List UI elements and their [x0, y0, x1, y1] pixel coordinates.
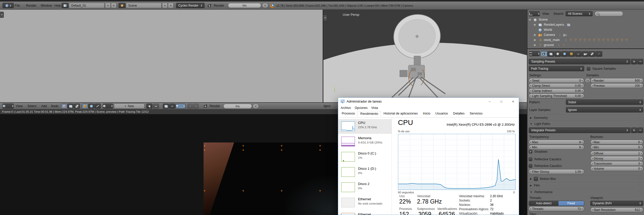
sidebar-item-disco0[interactable]: Disco 0 (C:) 1% — [338, 150, 392, 164]
outliner-row-renderlayers[interactable]: ⊕ RenderLayers | — [527, 22, 644, 27]
seed-animate-clock-button[interactable]: ◷ — [585, 78, 590, 83]
outliner-menu-search[interactable]: Search — [553, 10, 564, 18]
panel-header-light-paths[interactable]: ▼ Light Paths — [527, 121, 644, 126]
node-menu-node[interactable]: Node — [51, 102, 59, 110]
minimize-button[interactable]: – — [484, 98, 495, 105]
screen-layout-icon-button[interactable] — [62, 3, 68, 8]
mesh-icon[interactable]: ▽ — [611, 38, 614, 42]
mesh-icon[interactable]: ▽ — [588, 38, 591, 42]
filter-glossy-field[interactable]: ◂Filter Glossy: 1.00▸ — [529, 169, 584, 174]
bounces-min-field[interactable]: ◂Min: 5▸ — [590, 145, 643, 150]
sampling-presets-dropdown[interactable]: Sampling Presets — [529, 59, 631, 64]
outliner-item-label[interactable]: Camera — [544, 33, 555, 37]
sidebar-item-ethernet2[interactable]: Ethernet — [338, 211, 392, 215]
threads-count-field[interactable]: ◂Threads: 72▸ — [529, 206, 584, 211]
maximize-button[interactable]: □ — [496, 98, 507, 105]
clamp-indirect-field[interactable]: ◂Clamp Indirect: 0.00▸ — [529, 88, 584, 93]
threads-fixed-button[interactable]: Fixed — [559, 201, 584, 206]
node-render-cancel-button[interactable]: × — [253, 104, 259, 109]
diffuse-field[interactable]: ◂Diffuse: 1▸ — [590, 151, 643, 156]
tab-texture[interactable] — [589, 51, 595, 57]
shader-type-lamp-button[interactable] — [67, 104, 74, 109]
tab-historial[interactable]: Historial de aplicaciones — [381, 111, 420, 116]
preset-add-button[interactable]: + — [631, 59, 637, 64]
scene-icon-button[interactable] — [119, 3, 125, 8]
tab-constraints[interactable]: ∞ — [575, 51, 582, 57]
mesh-icon[interactable]: ▽ — [593, 38, 595, 42]
mesh-icon[interactable]: ▽ — [597, 38, 600, 42]
mesh-icon[interactable]: ▽ — [602, 38, 605, 42]
tab-physics[interactable]: ✓ — [596, 51, 602, 57]
outliner-item-label[interactable]: ground — [544, 43, 554, 47]
start-resolution-field[interactable]: ◂Start Resolution: 512▸ — [590, 207, 643, 212]
screen-layout-field[interactable]: Default_01 — [69, 3, 105, 8]
expand-icon[interactable]: ⊕ — [534, 23, 536, 26]
outliner-item-label[interactable]: Scene — [539, 18, 548, 21]
scene-add-button[interactable]: + — [162, 3, 168, 8]
glossy-field[interactable]: ◂Glossy: 1▸ — [590, 156, 643, 161]
paste-node-button[interactable]: ⇘ — [193, 104, 199, 109]
tab-render[interactable] — [541, 51, 547, 57]
editor-type-button-info[interactable]: i — [3, 3, 14, 8]
outliner-row-scene[interactable]: ⊖ Scene — [527, 17, 644, 22]
menu-file[interactable]: File — [15, 2, 20, 10]
node-menu-view[interactable]: View — [16, 102, 23, 110]
mesh-icon[interactable]: ▽ — [579, 38, 581, 42]
editor-type-button-outliner[interactable] — [529, 11, 540, 16]
snap-mode-dropdown[interactable] — [176, 104, 185, 109]
outliner-search-field[interactable] — [595, 11, 623, 16]
tab-render-layers[interactable] — [548, 51, 554, 57]
shader-context-linestyle-button[interactable] — [95, 104, 101, 109]
preset-remove-button[interactable]: − — [637, 59, 643, 64]
panel-header-motion-blur[interactable]: ▶ Motion Blur — [527, 176, 644, 181]
outliner-item-label[interactable]: World — [544, 28, 552, 32]
tm-menu-archivo[interactable]: Archivo — [341, 105, 351, 111]
render-result-button[interactable] — [163, 104, 169, 109]
bounces-max-field[interactable]: ◂Max: 5▸ — [590, 140, 643, 145]
sidebar-item-disco2[interactable]: Disco 2 0% — [338, 180, 392, 195]
shadows-checkbox[interactable]: ✓ — [529, 150, 532, 153]
menu-help[interactable]: Help — [54, 2, 61, 10]
sidebar-item-ethernet1[interactable]: Ethernet No está conectado — [338, 195, 392, 210]
tab-scene[interactable] — [554, 51, 561, 57]
mesh-icon[interactable]: ▽ — [574, 38, 577, 42]
tab-usuarios[interactable]: Usuarios — [433, 111, 450, 116]
preset-remove-button[interactable]: − — [637, 127, 643, 133]
light-sampling-threshold-field[interactable]: ◂Light Sampling Threshold: 0.00▸ — [529, 93, 584, 98]
outliner-item-label[interactable]: clock_main — [544, 38, 560, 42]
transparency-min-field[interactable]: ◂Min: 8▸ — [529, 145, 584, 150]
mesh-icon[interactable]: ▽ — [621, 38, 623, 42]
mesh-icon[interactable]: ▽ — [584, 38, 586, 42]
viewport-left[interactable]: + — [0, 10, 323, 103]
sidebar-item-memoria[interactable]: Memoria 9.4/31.9 GB (29%) — [338, 134, 392, 149]
panel-header-geometry[interactable]: ▶ Geometry — [527, 115, 644, 120]
panel-header-performance[interactable]: ▼ Performance — [527, 189, 644, 195]
shader-type-texture-button[interactable] — [74, 104, 80, 109]
expand-icon[interactable]: ⊕ — [534, 44, 536, 47]
scene-delete-button[interactable]: × — [168, 3, 174, 8]
transmission-field[interactable]: ◂Transmission: 3▸ — [590, 161, 643, 166]
collapse-icon[interactable]: ⊖ — [529, 18, 531, 21]
threads-auto-detect-button[interactable]: Auto-detect — [529, 201, 559, 206]
new-material-button[interactable]: + New — [114, 104, 145, 109]
shader-type-material-button[interactable] — [61, 104, 67, 109]
object-menu-fragment[interactable]: bject — [324, 102, 330, 110]
sidebar-item-cpu[interactable]: CPU 22% 2.78 GHz — [338, 119, 392, 134]
mesh-icon[interactable]: ▽ — [616, 38, 618, 42]
copy-node-button[interactable]: ⇗ — [187, 104, 193, 109]
sidebar-item-disco1[interactable]: Disco 1 (D:) 0% — [338, 165, 392, 180]
volume-field[interactable]: ◂Volume: 0▸ — [590, 166, 643, 171]
integrator-dropdown[interactable]: Path Tracing — [529, 66, 584, 71]
clamp-direct-field[interactable]: ◂Clamp Direct: 0.00▸ — [529, 83, 584, 88]
render-samples-field[interactable]: ◂Render: 500▸ — [590, 78, 643, 83]
refractive-caustics-checkbox[interactable] — [529, 164, 532, 168]
outliner-row-camera[interactable]: ⊕ Camera | — [527, 33, 644, 38]
render-engine-dropdown[interactable]: Cycles Render — [176, 3, 205, 8]
close-button[interactable]: × — [507, 98, 519, 105]
parent-node-tree-button[interactable] — [153, 104, 159, 109]
editor-type-button-properties[interactable] — [529, 51, 540, 56]
outliner-menu-view[interactable]: View — [542, 10, 549, 18]
viewport-right[interactable]: User Persp + z — [323, 10, 527, 103]
tab-object-data[interactable] — [582, 51, 589, 57]
outliner-item-label[interactable]: RenderLayers — [544, 23, 564, 26]
